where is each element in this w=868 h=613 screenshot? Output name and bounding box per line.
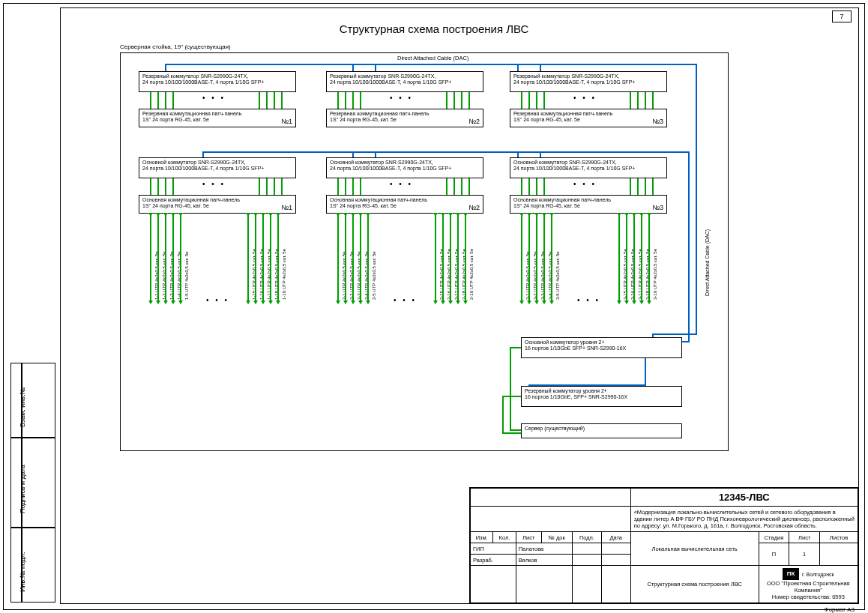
main-patch-2: Основная коммутационная патч-панель 1S''… bbox=[326, 195, 483, 214]
text: Основной коммутатор SNR-S2990G-24TX, bbox=[330, 160, 433, 165]
logo-icon: ПК bbox=[783, 568, 799, 580]
text: 16 портов 1/10GbE SFP+ SNR-S2990-16X bbox=[525, 345, 626, 351]
cable-drop bbox=[633, 214, 635, 304]
text: 24 порта 10/100/1000BASE-T, 4 порта 1/10… bbox=[142, 166, 264, 171]
patch-line bbox=[652, 92, 654, 109]
patch-line bbox=[172, 178, 174, 195]
dac-line bbox=[202, 151, 690, 153]
cable-drop bbox=[367, 214, 369, 304]
gip-label: ГИП bbox=[471, 543, 516, 555]
ellipsis-icon: • • • bbox=[390, 180, 413, 188]
patch-line bbox=[274, 92, 275, 109]
patch-line bbox=[337, 92, 339, 109]
patch-line bbox=[360, 92, 361, 109]
patch-line bbox=[461, 178, 462, 195]
text: Резервный коммутатор SNR-S2990G-24TX, bbox=[330, 73, 435, 79]
patch-line bbox=[528, 178, 530, 195]
l2-reserve-switch: Резервный коммутатор уровня 2+ 16 портов… bbox=[521, 386, 682, 407]
sheet: 1 bbox=[789, 543, 820, 566]
dac-line bbox=[652, 333, 697, 335]
dac-line bbox=[696, 64, 697, 333]
patch-line bbox=[630, 178, 631, 195]
ellipsis-icon: • • • bbox=[390, 94, 413, 102]
patch-line bbox=[645, 92, 646, 109]
patch-line bbox=[630, 92, 631, 109]
side-cell bbox=[22, 363, 55, 438]
cable-label: 2-5 UTP 4x2x0,5 кат. 5e bbox=[372, 251, 376, 300]
text: 1S'' 24 порта RG-45, кат. 5e bbox=[513, 203, 580, 208]
cable-drop bbox=[450, 214, 451, 304]
cable-drop bbox=[180, 214, 181, 304]
main-patch-1: Основная коммутационная патч-панель 1S''… bbox=[139, 195, 296, 214]
badge: №3 bbox=[652, 118, 663, 125]
text: 24 порта 10/100/1000BASE-T, 4 порта 1/10… bbox=[513, 79, 635, 85]
server-box: Сервер (существующий) bbox=[521, 423, 682, 438]
srv-line bbox=[502, 396, 504, 433]
text: Основной коммутатор уровня 2+ bbox=[525, 339, 605, 345]
text: 1S'' 24 порта RG-45, кат. 5e bbox=[330, 117, 397, 122]
cable-drop bbox=[626, 214, 627, 304]
text: Номер свидетельства: 0593 bbox=[772, 594, 845, 600]
text: 24 порта 10/100/1000BASE-T, 4 порта 1/10… bbox=[330, 79, 451, 85]
srv-line bbox=[510, 347, 511, 431]
patch-line bbox=[165, 178, 166, 195]
cable-label: 3-5 UTP 4x2x0,5 кат. 5e bbox=[555, 251, 560, 300]
cable-drop bbox=[536, 214, 537, 304]
text: Резервная коммутационная патч-панель bbox=[330, 111, 429, 116]
cable-drop bbox=[442, 214, 444, 304]
cable-label: 3-19 UTP 4x2x0,5 кат. 5e bbox=[653, 249, 657, 300]
cable-drop bbox=[618, 214, 620, 304]
gip-name: Палатова bbox=[516, 543, 572, 555]
reserve-switch-3: Резервный коммутатор SNR-S2990G-24TX, 24… bbox=[510, 71, 667, 92]
cable-drop bbox=[172, 214, 174, 304]
sheets bbox=[820, 543, 858, 566]
cable-drop bbox=[543, 214, 545, 304]
text: 24 порта 10/100/1000BASE-T, 4 порта 1/10… bbox=[513, 166, 635, 171]
patch-line bbox=[652, 178, 654, 195]
page-title: Структурная схема построения ЛВС bbox=[0, 22, 868, 35]
patch-line bbox=[157, 178, 159, 195]
patch-line bbox=[360, 178, 361, 195]
title-block: 12345-ЛВС «Модернизация локально-вычисли… bbox=[469, 487, 859, 604]
ellipsis-icon: • • • bbox=[577, 296, 600, 304]
text: Основной коммутатор SNR-S2990G-24TX, bbox=[513, 160, 617, 165]
dac-line bbox=[517, 64, 519, 71]
dac-line bbox=[352, 151, 354, 157]
srv-line bbox=[502, 396, 521, 397]
cable-drop bbox=[521, 214, 522, 304]
cable-drop bbox=[157, 214, 159, 304]
cable-drop bbox=[337, 214, 339, 304]
text: Основной коммутатор SNR-S2990G-24TX, bbox=[142, 160, 246, 165]
text: 1S'' 24 порта RG-45, кат. 5e bbox=[142, 203, 209, 208]
badge: №2 bbox=[468, 118, 480, 125]
project-number: 12345-ЛВС bbox=[630, 489, 858, 507]
ellipsis-icon: • • • bbox=[202, 180, 226, 188]
reserve-patch-1: Резервная коммутационная патч-панель 1S'… bbox=[139, 109, 296, 127]
text: 1S'' 24 порта RG-45, кат. 5e bbox=[142, 117, 209, 122]
hdr: Кол. bbox=[493, 532, 516, 543]
side-label: Взам. инв.№ bbox=[19, 387, 26, 427]
dev-name: Вялков bbox=[516, 555, 572, 566]
badge: №1 bbox=[281, 118, 292, 125]
cable-drop bbox=[641, 214, 642, 304]
side-label: Подпись и дата bbox=[19, 465, 26, 513]
hdr: Подп. bbox=[572, 532, 601, 543]
page-number: 7 bbox=[832, 10, 852, 22]
text: Резервная коммутационная патч-панель bbox=[142, 111, 241, 116]
ellipsis-icon: • • • bbox=[573, 180, 597, 188]
side-cell bbox=[22, 528, 55, 603]
patch-line bbox=[266, 178, 268, 195]
patch-line bbox=[345, 92, 346, 109]
stage-h: Стадия bbox=[759, 532, 789, 543]
text: Основная коммутационная патч-панель bbox=[330, 197, 427, 202]
text: Основная коммутационная патч-панель bbox=[513, 197, 611, 202]
patch-line bbox=[446, 92, 447, 109]
cable-drop bbox=[551, 214, 552, 304]
ellipsis-icon: • • • bbox=[202, 94, 226, 102]
cable-drop bbox=[165, 214, 166, 304]
patch-line bbox=[150, 92, 151, 109]
dac-label-top: Direct Attached Cable (DAC) bbox=[397, 55, 468, 61]
reserve-switch-2: Резервный коммутатор SNR-S2990G-24TX, 24… bbox=[326, 71, 483, 92]
cable-label: 1-19 UTP 4x2x0,5 кат. 5e bbox=[282, 249, 286, 300]
l2-main-switch: Основной коммутатор уровня 2+ 16 портов … bbox=[521, 337, 682, 358]
